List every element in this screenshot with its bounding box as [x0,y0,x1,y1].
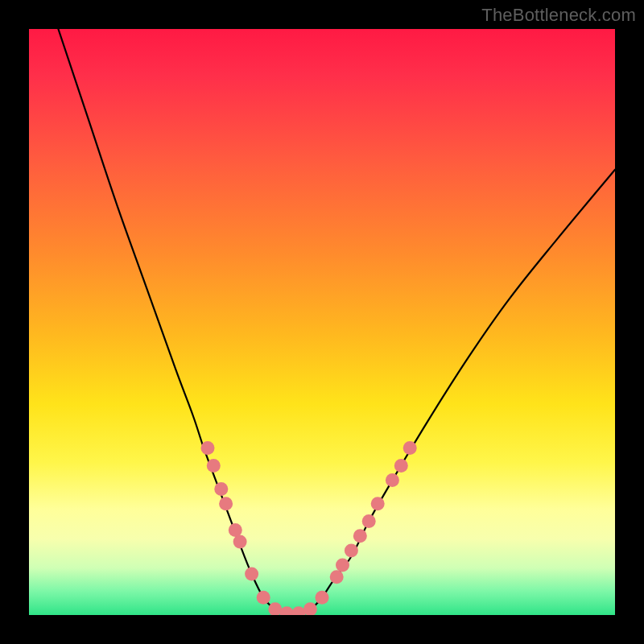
data-point-dot [214,482,228,496]
data-point-dot [371,497,385,510]
data-point-dot [257,591,270,605]
data-point-dot [403,441,417,455]
data-point-dot [245,568,258,581]
data-point-dot [268,602,282,615]
data-point-dot [219,497,233,510]
data-point-dot [345,543,358,557]
data-point-dot [201,441,215,455]
data-point-dot [386,473,399,487]
data-point-dot [362,514,376,528]
data-point-dot [291,606,305,615]
bottleneck-curve-line [58,29,615,615]
data-point-dot [207,459,221,473]
data-point-dot [316,591,329,605]
plot-area [29,29,615,615]
data-point-dot [336,559,349,572]
data-point-dot [280,606,294,615]
data-point-dot [330,570,344,584]
data-point-dot [229,523,242,537]
data-point-dot [394,459,408,473]
outer-frame: TheBottleneck.com [0,0,644,644]
data-point-dot [233,535,247,549]
chart-svg [29,29,615,615]
watermark-text: TheBottleneck.com [481,5,636,26]
data-point-dot [353,529,367,543]
dot-group [201,441,417,615]
